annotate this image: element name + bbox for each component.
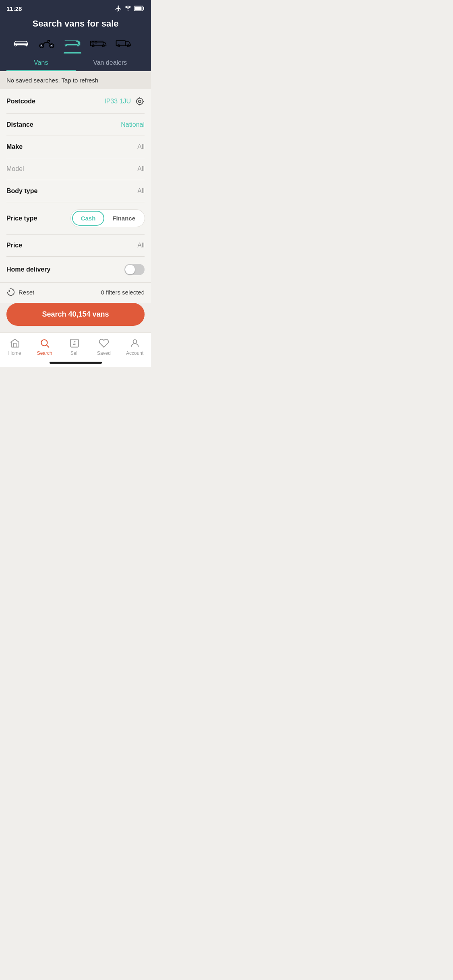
account-icon [130,338,140,348]
account-nav-label: Account [126,350,143,356]
status-time: 11:28 [6,5,22,12]
postcode-right: IP33 1JU [104,97,145,106]
distance-value: National [121,121,145,128]
body-type-filter[interactable]: Body type All [6,180,145,202]
saved-search-banner[interactable]: No saved searches. Tap to refresh [0,71,151,89]
motorhome-icon [89,38,107,49]
sell-icon: £ [69,338,80,348]
make-value: All [137,143,145,150]
status-icons [115,5,145,12]
svg-rect-12 [95,42,97,43]
heart-icon [99,338,109,348]
price-type-label: Price type [6,215,37,222]
make-filter[interactable]: Make All [6,136,145,158]
finance-toggle-btn[interactable]: Finance [104,211,143,226]
motorcycle-icon [38,38,56,49]
home-indicator [0,359,151,367]
nav-item-saved[interactable]: Saved [92,336,116,358]
tab-vans[interactable]: Vans [6,54,76,71]
postcode-label: Postcode [6,98,35,105]
home-icon [10,338,20,348]
vehicle-type-selector[interactable] [6,35,145,54]
svg-rect-13 [116,41,126,46]
saved-search-text: No saved searches. Tap to refresh [6,77,98,84]
svg-rect-2 [135,7,142,10]
svg-rect-1 [143,7,145,10]
price-type-toggle[interactable]: Cash Finance [71,210,145,227]
svg-point-22 [41,340,47,346]
airplane-icon [115,5,122,12]
sell-nav-label: Sell [70,350,79,356]
distance-filter[interactable]: Distance National [6,114,145,136]
search-icon [39,338,50,348]
cash-toggle-btn[interactable]: Cash [72,211,105,226]
vehicle-type-van[interactable] [60,35,85,54]
svg-point-5 [41,45,42,46]
nav-item-sell[interactable]: £ Sell [62,336,87,358]
sell-nav-icon: £ [69,338,80,349]
body-type-label: Body type [6,187,37,195]
battery-icon [134,6,145,11]
svg-point-17 [139,100,141,103]
price-filter[interactable]: Price All [6,235,145,257]
home-delivery-label: Home delivery [6,266,50,273]
car-icon [12,38,30,49]
postcode-value: IP33 1JU [104,98,131,105]
model-label: Model [6,165,24,173]
svg-point-9 [102,45,104,47]
account-nav-icon [129,338,141,349]
content-tabs: Vans Van dealers [6,54,145,71]
vehicle-type-motorhome[interactable] [85,35,111,54]
vehicle-type-car[interactable] [8,35,34,54]
filters-section: Postcode IP33 1JU Distance National Make… [0,89,151,282]
distance-label: Distance [6,121,33,128]
postcode-filter[interactable]: Postcode IP33 1JU [6,89,145,114]
nav-item-account[interactable]: Account [121,336,148,358]
vehicle-type-truck[interactable] [111,35,137,54]
header: Search vans for sale [0,15,151,71]
status-bar: 11:28 [0,0,151,15]
home-indicator-bar [50,362,102,364]
page-title: Search vans for sale [6,19,145,35]
toggle-knob [125,265,135,274]
wifi-icon [124,5,132,12]
target-icon [135,97,145,106]
home-nav-icon [9,338,21,349]
nav-item-home[interactable]: Home [3,336,27,358]
price-type-filter[interactable]: Price type Cash Finance [6,202,145,235]
body-type-value: All [137,187,145,195]
reset-button[interactable]: Reset [6,288,34,296]
svg-rect-11 [92,42,94,43]
search-nav-icon [39,338,50,349]
footer-actions: Reset 0 filters selected [0,282,151,303]
price-value: All [137,242,145,249]
bottom-navigation: Home Search £ Sell Saved [0,332,151,359]
van-icon [64,38,81,49]
reset-label: Reset [19,289,34,296]
nav-item-search[interactable]: Search [32,336,57,358]
filters-count: 0 filters selected [101,289,145,296]
saved-nav-label: Saved [97,350,111,356]
saved-nav-icon [98,338,110,349]
svg-point-16 [137,98,143,105]
model-value: All [137,165,145,173]
search-nav-label: Search [37,350,52,356]
svg-line-23 [47,345,49,348]
home-delivery-toggle[interactable] [124,264,145,275]
make-label: Make [6,143,23,150]
home-delivery-filter[interactable]: Home delivery [6,257,145,282]
price-label: Price [6,242,22,249]
vehicle-type-motorcycle[interactable] [34,35,60,54]
location-icon[interactable] [135,97,145,106]
model-filter[interactable]: Model All [6,158,145,180]
search-cta-button[interactable]: Search 40,154 vans [6,303,145,326]
svg-point-6 [51,45,52,46]
svg-text:£: £ [73,340,76,346]
svg-point-26 [133,340,137,343]
reset-icon [6,288,15,296]
truck-icon [115,38,133,49]
home-nav-label: Home [8,350,21,356]
tab-van-dealers[interactable]: Van dealers [76,54,145,71]
